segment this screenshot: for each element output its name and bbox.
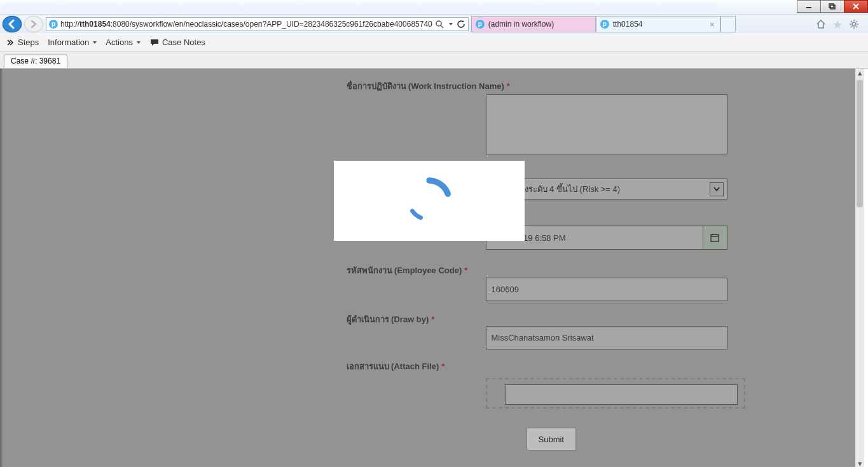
tab-title: (admin in workflow): [488, 20, 591, 29]
chevron-down-icon: [93, 41, 97, 44]
svg-point-4: [852, 22, 856, 26]
toolbar-actions[interactable]: Actions: [106, 37, 141, 47]
search-icon[interactable]: [435, 20, 444, 29]
home-icon[interactable]: [816, 19, 826, 29]
steps-icon: [6, 39, 15, 46]
draw-by-input[interactable]: MissChanatsamon Srisawat: [486, 326, 727, 349]
submit-button[interactable]: Submit: [527, 428, 576, 450]
toolbar-actions-label: Actions: [106, 37, 133, 47]
browser-address-bar: p http://tth01854:8080/sysworkflow/en/ne…: [0, 15, 868, 33]
work-instruction-label: ชื่อการปฏิบัติงาน (Work Instruction Name…: [347, 79, 510, 93]
browser-tab-tth01854[interactable]: p tth01854 ×: [596, 16, 720, 32]
chevron-down-icon: [713, 187, 720, 192]
window-title-bar: [0, 0, 868, 15]
scroll-up-icon[interactable]: ▴: [857, 69, 863, 76]
svg-rect-5: [711, 234, 719, 241]
employee-code-input[interactable]: 160609: [486, 278, 727, 301]
url-input[interactable]: p http://tth01854:8080/sysworkflow/en/ne…: [46, 17, 469, 31]
chevron-down-icon: [137, 41, 141, 44]
browser-back-button[interactable]: [3, 16, 22, 32]
loading-spinner-icon: [404, 175, 455, 226]
toolbar-steps-label: Steps: [18, 37, 39, 47]
scroll-down-icon[interactable]: ▾: [857, 459, 863, 467]
date-picker-button[interactable]: [703, 226, 727, 250]
site-favicon: p: [49, 20, 58, 29]
form-overlay: ชื่อการปฏิบัติงาน (Work Instruction Name…: [3, 69, 855, 467]
background-window-tabs: [0, 0, 868, 15]
attach-file-label: เอกสารแนบ (Attach File)*: [347, 360, 445, 373]
toolbar-casenotes-label: Case Notes: [162, 37, 205, 47]
svg-rect-2: [829, 4, 834, 8]
toolbar-steps[interactable]: Steps: [6, 37, 39, 47]
tab-title: tth01854: [613, 20, 705, 29]
window-restore-button[interactable]: [820, 0, 844, 13]
tab-favicon: p: [476, 20, 485, 29]
case-tab[interactable]: Case #: 39681: [4, 55, 67, 68]
select-dropdown-button[interactable]: [710, 182, 724, 196]
browser-tab-admin[interactable]: p (admin in workflow): [471, 16, 596, 32]
toolbar-information-label: Information: [48, 37, 89, 47]
svg-point-3: [436, 21, 441, 26]
toolbar-casenotes[interactable]: Case Notes: [149, 37, 205, 47]
employee-code-label: รหัสพนักงาน (Employee Code)*: [347, 264, 468, 277]
browser-tab-strip: p (admin in workflow) p tth01854 ×: [471, 15, 736, 33]
toolbar-information[interactable]: Information: [48, 37, 97, 47]
svg-rect-0: [806, 7, 811, 8]
calendar-icon: [710, 233, 720, 243]
window-minimize-button[interactable]: [797, 0, 821, 13]
url-dropdown-icon[interactable]: [449, 23, 453, 25]
browser-forward-button[interactable]: [24, 16, 43, 32]
attach-file-input[interactable]: [505, 384, 738, 405]
svg-rect-1: [830, 5, 835, 9]
favorites-icon[interactable]: [832, 19, 843, 29]
app-toolbar: Steps Information Actions Case Notes: [0, 33, 868, 52]
tab-close-icon[interactable]: ×: [708, 20, 716, 29]
loading-modal: [334, 161, 525, 241]
settings-icon[interactable]: [849, 19, 859, 29]
attach-dropzone[interactable]: [486, 378, 745, 409]
chat-icon: [149, 38, 160, 47]
refresh-icon[interactable]: [457, 20, 465, 29]
scrollbar-thumb[interactable]: [857, 80, 863, 207]
vertical-scrollbar[interactable]: ▴ ▾: [855, 69, 864, 467]
work-instruction-input[interactable]: [486, 94, 727, 154]
tab-favicon: p: [600, 20, 609, 29]
draw-by-label: ผู้ดำเนินการ (Draw by)*: [347, 313, 435, 326]
new-tab-button[interactable]: [720, 16, 736, 32]
window-close-button[interactable]: [844, 0, 868, 13]
url-text: http://tth01854:8080/sysworkflow/en/neoc…: [60, 20, 432, 29]
case-tab-row: Case #: 39681: [0, 52, 868, 69]
main-area: ชื่อการปฏิบัติงาน (Work Instruction Name…: [0, 69, 868, 467]
